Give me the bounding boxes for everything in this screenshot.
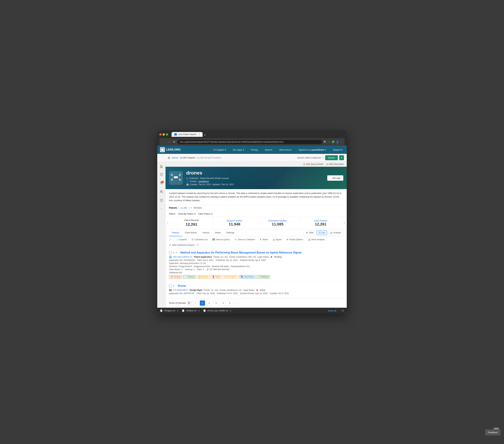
hide-query-details-button[interactable]: ⊖ Hide Query Details: [303, 163, 323, 166]
nav-signed-in[interactable]: Signed in as pauloldham ▾: [297, 148, 327, 152]
back-button[interactable]: ←: [162, 140, 165, 144]
show-results-dropdown[interactable]: ▾: [187, 301, 191, 305]
bookmark-icon[interactable]: ☆: [328, 141, 330, 143]
show-analysis-button[interactable]: 📊 Show Analysis: [306, 238, 326, 241]
sidebar-home-icon[interactable]: 🏠: [159, 164, 164, 169]
patent-1-expand-icon[interactable]: ⊙: [173, 251, 175, 254]
nav-support[interactable]: Support ▾: [331, 148, 344, 152]
nav-about[interactable]: About ▾: [263, 148, 274, 152]
sort-button[interactable]: ▼ Date Published (newest): [169, 244, 195, 246]
page-2-button[interactable]: 2: [207, 300, 212, 306]
filter2-remove-button[interactable]: ⊖: [211, 212, 213, 215]
search-button[interactable]: Search: [325, 155, 338, 160]
download-3-arrow-icon[interactable]: ∧: [230, 309, 231, 312]
close-downloads-button[interactable]: ✕: [342, 309, 344, 312]
sidebar-filter-icon[interactable]: 2: [159, 181, 164, 186]
patents-count-link[interactable]: (: [179, 206, 179, 209]
sidebar-users-icon[interactable]: [159, 189, 164, 195]
help-icon[interactable]: ?: [323, 156, 324, 159]
nav-work-area[interactable]: Work Area ▾: [278, 148, 293, 152]
view-list-button[interactable]: ☰ List: [317, 230, 327, 235]
page-next-button[interactable]: ›: [234, 300, 239, 306]
tag-published[interactable]: ✓ Published: [256, 275, 270, 278]
download-file-1[interactable]: 📄 citingpat.csv ∧: [160, 309, 179, 312]
patent-1-id[interactable]: WO 2021/206410 A1: [173, 256, 192, 258]
share-button[interactable]: ⬆ Share: [258, 238, 269, 241]
tab-patents[interactable]: Patents: [169, 229, 182, 236]
search-icon[interactable]: 🔍: [324, 141, 326, 143]
download-file-3[interactable]: 📄 drones_pat_citedlit.csv ∧: [203, 309, 231, 312]
new-tab-button[interactable]: +: [204, 133, 206, 137]
tag-fulltext[interactable]: 📄 Full text: [183, 275, 196, 278]
active-tab[interactable]: L Lens Patent Search ×: [172, 132, 203, 137]
nav-pricing[interactable]: Pricing: [250, 148, 259, 152]
tag-cited-works[interactable]: 📚 Cited Works: [239, 275, 255, 278]
extensions-icon[interactable]: 🧩: [332, 141, 335, 143]
page-1-button[interactable]: 1: [200, 300, 205, 306]
home-icon[interactable]: 🏠: [168, 156, 170, 159]
hide-description-button[interactable]: ⊖ Hide Description: [326, 163, 344, 166]
profile-icon[interactable]: 👤: [336, 141, 339, 143]
view-table-button[interactable]: ⊞ Table: [304, 230, 316, 235]
view-analysis-button[interactable]: 📊 Analysis: [328, 230, 343, 235]
patent-1-title[interactable]: Method and Apparatus for Performing Beam…: [180, 251, 301, 255]
tag-description[interactable]: 📝 Description: [223, 275, 238, 278]
stats-next-button[interactable]: ›: [342, 221, 347, 225]
tab-settings[interactable]: Settings: [224, 229, 237, 236]
download-1-arrow-icon[interactable]: ∧: [177, 309, 179, 312]
menu-icon[interactable]: ⋮: [340, 141, 342, 143]
tab-notes[interactable]: Notes: [212, 229, 224, 236]
patents-count-close[interactable]: ): [189, 206, 189, 209]
page-5-button[interactable]: 5: [227, 300, 233, 306]
nav-our-apps[interactable]: Our Apps ▾: [232, 148, 245, 152]
export-button[interactable]: ☁ Export: [271, 238, 283, 241]
sidebar-info-icon[interactable]: [159, 198, 164, 204]
collection-link[interactable]: drones: [172, 156, 179, 159]
patent-2-checkbox[interactable]: [169, 285, 172, 287]
minimize-traffic-light[interactable]: [162, 133, 165, 136]
close-traffic-light[interactable]: [159, 133, 162, 136]
feedback-button[interactable]: Feedback: [485, 429, 501, 435]
patent-2-title[interactable]: Drone: [178, 284, 186, 288]
patents-count[interactable]: 12,261: [180, 206, 187, 209]
results-info-icon[interactable]: ⓘ: [197, 243, 199, 247]
download-file-2[interactable]: 📄 citedpat.csv ∧: [182, 309, 200, 312]
nav-english[interactable]: 🇬🇧 English ▾: [212, 148, 227, 152]
page-4-button[interactable]: 4: [220, 300, 226, 306]
filter1-remove-button[interactable]: ⊖: [194, 212, 196, 215]
cites-patents-label[interactable]: Cites Patents: [303, 220, 339, 222]
tab-history[interactable]: History: [200, 229, 212, 236]
logo[interactable]: LENS.ORG: [160, 147, 181, 152]
address-bar[interactable]: [178, 140, 322, 144]
tab-close-button[interactable]: ×: [198, 133, 200, 136]
tag-claim[interactable]: 🔮 Claim: [211, 275, 221, 278]
simple-families-label[interactable]: Simple Families: [216, 220, 252, 222]
expand-button[interactable]: ⤢ Expand: [176, 238, 188, 241]
stats-prev-button[interactable]: ‹: [165, 221, 170, 225]
save-query-button[interactable]: 💾 Save as Query: [211, 238, 231, 241]
customise-list-button[interactable]: ☰ Customise List: [190, 238, 209, 241]
tag-abstract[interactable]: 📋 Abstract: [197, 275, 210, 278]
tab-cited-works[interactable]: Cited Works: [182, 229, 200, 236]
family-options-button[interactable]: ⚙ Family Options: [285, 238, 304, 241]
svg-point-18: [278, 173, 279, 174]
tag-pending[interactable]: 🔗 Pending: [169, 275, 182, 278]
download-2-arrow-icon[interactable]: ∧: [198, 309, 200, 312]
patent-1-hash-icon[interactable]: #: [176, 251, 177, 254]
patent-1-checkbox[interactable]: [169, 251, 172, 254]
sidebar-navigate-icon[interactable]: [159, 172, 164, 178]
extended-families-label[interactable]: Extended Families: [260, 220, 296, 222]
patent-2-id[interactable]: US D0932369 S: [173, 289, 188, 291]
search-dropdown-button[interactable]: ▾: [339, 155, 344, 160]
svg-line-10: [211, 171, 256, 180]
reload-button[interactable]: ↻: [172, 139, 176, 144]
maximize-traffic-light[interactable]: [166, 133, 168, 136]
sidebar-more-icon[interactable]: ···: [159, 206, 163, 211]
forward-button[interactable]: →: [167, 140, 171, 144]
page-prev-button[interactable]: ‹: [193, 300, 198, 306]
patent-2-expand-icon[interactable]: ⊙: [173, 284, 175, 287]
show-all-downloads-button[interactable]: Show all: [328, 309, 336, 312]
select-all-check[interactable]: ✓: [169, 238, 171, 241]
page-3-button[interactable]: 3: [214, 300, 219, 306]
save-collection-button[interactable]: 📁 Save as Collection: [233, 238, 256, 241]
